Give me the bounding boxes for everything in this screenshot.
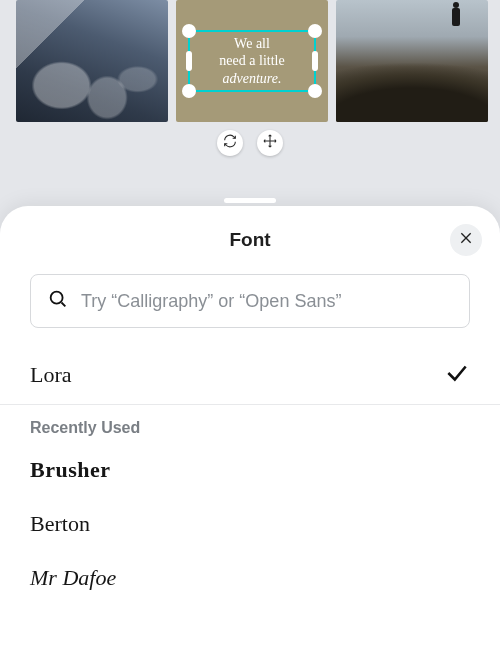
font-name-recent-2: Mr Dafoe bbox=[30, 565, 116, 591]
canvas-tile-left[interactable] bbox=[16, 0, 168, 122]
move-icon bbox=[262, 133, 278, 153]
canvas-tile-center[interactable]: We all need a little adventure. bbox=[176, 0, 328, 122]
resize-handle-br[interactable] bbox=[308, 84, 322, 98]
font-row-recent-2[interactable]: Mr Dafoe bbox=[0, 551, 500, 605]
svg-point-0 bbox=[51, 292, 63, 304]
font-row-recent-1[interactable]: Berton bbox=[0, 497, 500, 551]
silhouette-person bbox=[452, 8, 460, 26]
resize-handle-tr[interactable] bbox=[308, 24, 322, 38]
selection-edge-top bbox=[196, 30, 308, 32]
selection-edge-bottom bbox=[196, 90, 308, 92]
canvas-mini-toolbar bbox=[0, 128, 500, 158]
move-button[interactable] bbox=[257, 130, 283, 156]
close-button[interactable] bbox=[450, 224, 482, 256]
search-field[interactable] bbox=[30, 274, 470, 328]
sheet-header: Font bbox=[0, 206, 500, 274]
search-icon bbox=[47, 288, 69, 314]
font-row-selected[interactable]: Lora bbox=[0, 346, 500, 404]
resize-handle-left[interactable] bbox=[186, 51, 192, 71]
app-viewport: We all need a little adventure. bbox=[0, 0, 500, 651]
sync-icon bbox=[222, 133, 238, 153]
font-row-recent-0[interactable]: Brusher bbox=[0, 443, 500, 497]
search-container bbox=[0, 274, 500, 346]
font-name-selected: Lora bbox=[30, 362, 72, 388]
font-name-recent-1: Berton bbox=[30, 511, 90, 537]
font-sheet: Font Lora Recently Used Br bbox=[0, 206, 500, 651]
canvas-row: We all need a little adventure. bbox=[0, 0, 500, 128]
sheet-title: Font bbox=[229, 229, 270, 251]
resize-handle-right[interactable] bbox=[312, 51, 318, 71]
text-selection-box[interactable]: We all need a little adventure. bbox=[189, 31, 315, 91]
font-name-recent-0: Brusher bbox=[30, 457, 111, 483]
resize-handle-tl[interactable] bbox=[182, 24, 196, 38]
search-input[interactable] bbox=[81, 291, 453, 312]
sheet-grabber[interactable] bbox=[224, 198, 276, 203]
sync-button[interactable] bbox=[217, 130, 243, 156]
recent-label: Recently Used bbox=[0, 405, 500, 443]
canvas-tile-right[interactable] bbox=[336, 0, 488, 122]
close-icon bbox=[458, 230, 474, 250]
selection-rectangle bbox=[189, 31, 315, 91]
check-icon bbox=[444, 360, 470, 390]
resize-handle-bl[interactable] bbox=[182, 84, 196, 98]
